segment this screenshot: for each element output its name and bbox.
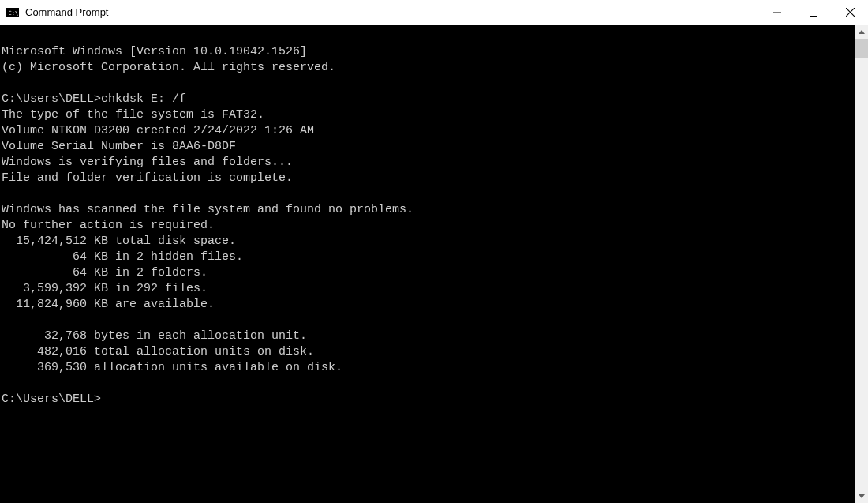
console-line: 64 KB in 2 hidden files. [2,250,243,264]
console-output[interactable]: Microsoft Windows [Version 10.0.19042.15… [0,25,855,503]
console-line: Volume Serial Number is 8AA6-D8DF [2,140,236,153]
console-line: 64 KB in 2 folders. [2,266,208,280]
cmd-icon: C:\ [6,6,19,19]
console-line: (c) Microsoft Corporation. All rights re… [2,61,335,74]
console-line: 482,016 total allocation units on disk. [2,345,314,358]
console-line: Windows is verifying files and folders..… [2,156,293,169]
minimize-button[interactable] [759,0,795,24]
scrollbar-thumb[interactable] [855,39,868,58]
maximize-button[interactable] [795,0,832,24]
svg-rect-4 [810,9,817,16]
console-line: Volume NIKON D3200 created 2/24/2022 1:2… [2,124,314,137]
console-line: 32,768 bytes in each allocation unit. [2,329,307,343]
console-prompt-line: C:\Users\DELL> [2,392,101,406]
console-line: 15,424,512 KB total disk space. [2,235,236,248]
window-title: Command Prompt [25,6,759,18]
console-line: 369,530 allocation units available on di… [2,361,342,374]
console-prompt-line: C:\Users\DELL>chkdsk E: /f [2,92,186,106]
console-line: The type of the file system is FAT32. [2,108,264,122]
window-titlebar: C:\ Command Prompt [0,0,868,25]
scrollbar-track-space[interactable] [855,58,868,490]
console-area-wrapper: Microsoft Windows [Version 10.0.19042.15… [0,25,868,503]
scrollbar-up-arrow-icon[interactable] [855,25,868,39]
console-line: No further action is required. [2,219,215,232]
svg-marker-7 [859,30,865,34]
console-line: File and folder verification is complete… [2,171,293,185]
vertical-scrollbar[interactable] [855,25,868,503]
console-line: 3,599,392 KB in 292 files. [2,282,208,295]
console-line: Windows has scanned the file system and … [2,203,413,216]
svg-marker-8 [859,494,865,498]
console-line: 11,824,960 KB are available. [2,298,215,311]
close-button[interactable] [832,0,868,24]
prompt-path: C:\Users\DELL> [2,92,101,106]
prompt-command: chkdsk E: /f [101,92,186,106]
prompt-path: C:\Users\DELL> [2,392,101,406]
console-line: Microsoft Windows [Version 10.0.19042.15… [2,45,307,58]
svg-text:C:\: C:\ [9,9,19,16]
window-controls [759,0,868,24]
scrollbar-down-arrow-icon[interactable] [855,490,868,503]
